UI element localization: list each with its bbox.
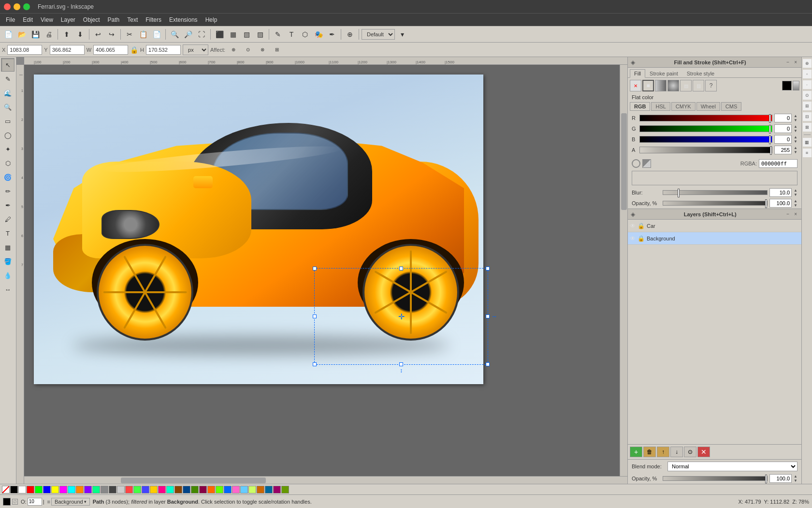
g-down[interactable]: ▼ (794, 129, 798, 133)
b-up[interactable]: ▲ (794, 135, 798, 139)
color-brown[interactable] (174, 486, 182, 493)
mask-button[interactable]: 🎭 (312, 28, 325, 41)
color-yellow[interactable] (51, 486, 59, 493)
color-darkorange[interactable] (207, 486, 215, 493)
new-button[interactable]: 📄 (2, 28, 14, 41)
opacity-down[interactable]: ▼ (794, 203, 798, 208)
node-button[interactable]: ✎ (272, 28, 284, 41)
grid-btn[interactable]: ▦ (803, 138, 812, 147)
layer-opacity-value[interactable] (769, 474, 792, 483)
a-up[interactable]: ▲ (794, 146, 798, 150)
r-thumb[interactable] (769, 114, 771, 123)
save-button[interactable]: 💾 (29, 28, 42, 41)
tab-cms[interactable]: CMS (721, 102, 741, 111)
menu-help[interactable]: Help (202, 15, 221, 25)
zoom-in-button[interactable]: 🔍 (168, 28, 181, 41)
color-lightgreen[interactable] (133, 486, 141, 493)
window-controls[interactable] (4, 3, 30, 10)
undo-button[interactable]: ↩ (92, 28, 104, 41)
copy-button[interactable]: 📋 (137, 28, 149, 41)
a-slider[interactable] (639, 147, 772, 153)
tab-rgb[interactable]: RGB (630, 102, 650, 111)
minimize-button[interactable] (14, 3, 20, 10)
canvas-document[interactable] (34, 75, 483, 384)
blur-slider[interactable] (663, 190, 768, 195)
ellipse-tool-btn[interactable]: ◯ (1, 128, 14, 142)
g-up[interactable]: ▲ (794, 124, 798, 129)
fill-linear-btn[interactable] (655, 80, 667, 91)
affect-btn-4[interactable]: ⊞ (271, 44, 283, 56)
node-tool-btn[interactable]: ✎ (1, 72, 14, 86)
color-circle-btn[interactable] (632, 159, 640, 168)
menu-path[interactable]: Path (104, 15, 124, 25)
align-right-button[interactable]: ▧ (240, 28, 253, 41)
tab-fill[interactable]: Fill (630, 69, 645, 78)
layer-background[interactable]: 👁 🔒 Background (628, 232, 801, 245)
zoom-tool-btn[interactable]: 🔍 (1, 100, 14, 114)
pencil-tool-btn[interactable]: ✏ (1, 184, 14, 198)
snap-button[interactable]: ⊕ (344, 28, 356, 41)
v-scrollbar-thumb[interactable] (621, 113, 627, 210)
a-thumb[interactable] (770, 146, 772, 155)
color-red[interactable] (27, 486, 34, 493)
snap-mid-btn[interactable]: · (803, 80, 812, 89)
blend-mode-select[interactable]: Normal Multiply Screen Overlay (667, 462, 798, 471)
menu-filters[interactable]: Filters (142, 15, 165, 25)
open-button[interactable]: 📂 (15, 28, 28, 41)
align-left-button[interactable]: ⬛ (213, 28, 226, 41)
guide-btn[interactable]: ≡ (803, 149, 812, 157)
zoom-dropdown[interactable]: Default 25% 50% 75% 100% (362, 29, 395, 40)
color-lightred[interactable] (125, 486, 133, 493)
color-hotpink[interactable] (232, 486, 240, 493)
opacity-up[interactable]: ▲ (794, 199, 798, 203)
g-value[interactable] (774, 124, 792, 133)
menu-file[interactable]: File (2, 15, 19, 25)
blur-thumb[interactable] (678, 189, 680, 197)
color-plum[interactable] (273, 486, 281, 493)
color-green[interactable] (35, 486, 43, 493)
print-button[interactable]: 🖨 (43, 28, 55, 41)
bg-lock-icon[interactable]: 🔒 (638, 235, 645, 242)
h-scrollbar-thumb[interactable] (121, 478, 266, 483)
color-darkgray[interactable] (109, 486, 116, 493)
fill-pattern-btn[interactable]: ▤ (680, 80, 692, 91)
car-eye-icon[interactable]: 👁 (630, 223, 636, 229)
handle-tr[interactable] (486, 267, 490, 270)
car-lock-icon[interactable]: 🔒 (638, 223, 645, 229)
layer-opacity-slider[interactable] (663, 476, 768, 481)
horizontal-scrollbar[interactable] (24, 476, 627, 484)
color-cyan[interactable] (68, 486, 75, 493)
color-mint[interactable] (92, 486, 100, 493)
layer-lower-btn[interactable]: ↓ (670, 447, 683, 457)
fill-none-btn[interactable]: ✕ (630, 80, 641, 91)
snap-enable-btn[interactable]: ⊕ (803, 59, 812, 68)
menu-view[interactable]: View (37, 15, 57, 25)
tab-hsl[interactable]: HSL (651, 102, 670, 111)
r-up[interactable]: ▲ (794, 114, 798, 118)
fill-tool-btn[interactable]: 🪣 (1, 254, 14, 268)
no-color-swatch[interactable] (2, 486, 10, 493)
color-maroon[interactable] (199, 486, 207, 493)
layer-add-btn[interactable]: + (630, 447, 642, 457)
fill-radial-btn[interactable] (667, 80, 679, 91)
canvas-viewport[interactable]: ✛ ↔ ↕ (24, 65, 627, 476)
fill-flat-btn[interactable]: ■ (642, 80, 654, 91)
import-button[interactable]: ⬆ (60, 28, 73, 41)
color-gold[interactable] (150, 486, 158, 493)
layer-raise-btn[interactable]: ↑ (657, 447, 669, 457)
color-pink[interactable] (158, 486, 166, 493)
b-down[interactable]: ▼ (794, 139, 798, 144)
opacity-slider[interactable] (663, 201, 768, 206)
calligraphy-tool-btn[interactable]: 🖊 (1, 212, 14, 226)
color-turquoise[interactable] (166, 486, 174, 493)
layer-car[interactable]: 👁 🔒 Car (628, 220, 801, 232)
tweak-tool-btn[interactable]: 🌊 (1, 86, 14, 100)
canvas-area[interactable]: |100 |200 |300 |400 |500 |600 |700 |800 … (16, 57, 627, 484)
spray-button[interactable]: ✒ (326, 28, 338, 41)
paste-button[interactable]: 📄 (150, 28, 163, 41)
blur-up[interactable]: ▲ (794, 188, 798, 193)
3d-tool-btn[interactable]: ⬡ (1, 156, 14, 170)
menu-object[interactable]: Object (79, 15, 104, 25)
affect-btn-1[interactable]: ⊕ (227, 44, 240, 56)
blur-value[interactable] (769, 188, 792, 197)
